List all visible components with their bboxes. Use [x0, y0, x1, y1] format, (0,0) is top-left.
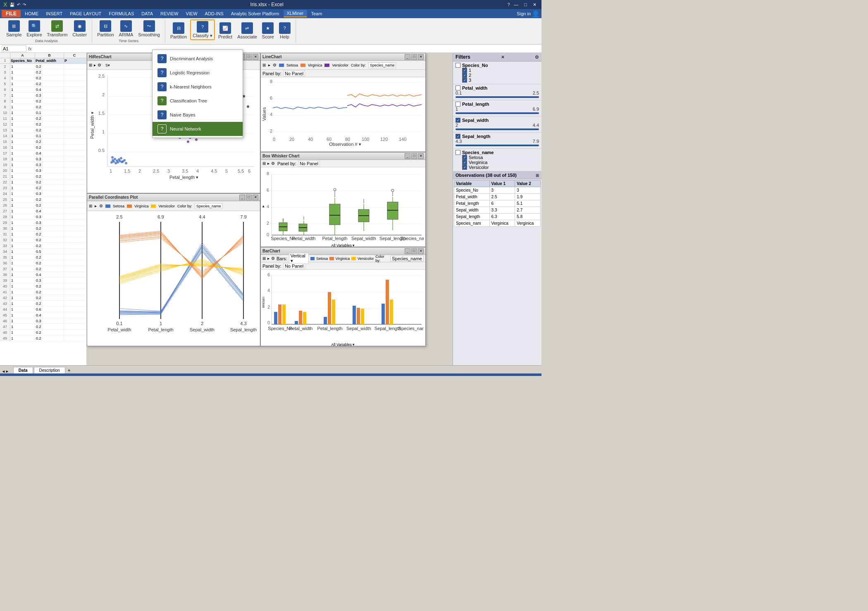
cell-a[interactable]: 1	[10, 162, 35, 167]
cell-c[interactable]	[64, 307, 85, 312]
cell-b[interactable]: 0.2	[35, 231, 64, 237]
filter-versicolor-cb[interactable]: ✓	[462, 165, 467, 170]
cell-c[interactable]	[64, 162, 85, 167]
cell-c[interactable]	[64, 266, 85, 271]
cell-b[interactable]: 0.2	[35, 335, 64, 341]
tab-description[interactable]: Description	[34, 367, 65, 373]
menu-analytic-solver[interactable]: Analytic Solver Platform	[228, 10, 283, 17]
cell-a[interactable]: 1	[10, 110, 35, 115]
cell-c[interactable]	[64, 295, 85, 300]
hires-toolbar-icon2[interactable]: ▸	[94, 63, 96, 67]
cell-b[interactable]: 0.3	[35, 318, 64, 323]
cell-a[interactable]: 1	[10, 301, 35, 306]
cell-c[interactable]	[64, 64, 85, 69]
bw-close[interactable]: ✕	[418, 153, 424, 159]
pc-minimize[interactable]: _	[239, 195, 245, 200]
cell-a[interactable]: 1	[10, 312, 35, 318]
lc-icon1[interactable]: ⊞	[262, 63, 266, 67]
pc-icon3[interactable]: ⚙	[99, 204, 103, 208]
lc-icon2[interactable]: ▸	[268, 63, 270, 67]
cell-b[interactable]: 0.2	[35, 197, 64, 202]
tab-scroll-left[interactable]: ◄	[2, 369, 5, 373]
cell-b[interactable]: 0.2	[35, 121, 64, 127]
cell-c[interactable]	[64, 179, 85, 185]
cell-c[interactable]	[64, 202, 85, 208]
cell-c[interactable]	[64, 214, 85, 219]
cell-a[interactable]: 1	[10, 139, 35, 144]
maximize-btn[interactable]: □	[522, 2, 529, 7]
sample-btn[interactable]: ⊞ Sample	[5, 19, 23, 38]
menu-insert[interactable]: INSERT	[43, 10, 66, 17]
cell-a[interactable]: 1	[10, 145, 35, 150]
cell-c[interactable]	[64, 150, 85, 156]
arima-btn[interactable]: ∿ ARIMA	[117, 19, 135, 38]
cell-c[interactable]	[64, 168, 85, 173]
cell-c[interactable]	[64, 87, 85, 92]
cell-b[interactable]: 0.2	[35, 75, 64, 81]
cell-c[interactable]	[64, 312, 85, 318]
bc-icon3[interactable]: ⚙	[271, 256, 275, 261]
cell-c[interactable]	[64, 69, 85, 75]
lc-panelby-select[interactable]: No Panel	[283, 71, 305, 76]
bc-panelby-select[interactable]: No Panel	[283, 263, 305, 269]
cell-b[interactable]: 0.2	[35, 266, 64, 271]
cell-c[interactable]	[64, 208, 85, 214]
classify-btn[interactable]: ? Classify ▾	[190, 19, 215, 40]
cell-c[interactable]	[64, 324, 85, 329]
cell-b[interactable]: 0.2	[35, 185, 64, 190]
pc-icon1[interactable]: ⊞	[89, 204, 92, 208]
cell-c[interactable]	[64, 260, 85, 266]
cell-a[interactable]: 1	[10, 330, 35, 335]
sign-in[interactable]: Sign in	[517, 11, 531, 16]
explore-btn[interactable]: 🔍 Explore	[25, 19, 43, 38]
cell-a[interactable]: 1	[10, 98, 35, 104]
cell-b[interactable]: 0.2	[35, 69, 64, 75]
cell-b[interactable]: 0.3	[35, 214, 64, 219]
cell-b[interactable]: 0.2	[35, 174, 64, 179]
cell-b[interactable]: 0.2	[35, 301, 64, 306]
lc-maximize[interactable]: □	[411, 54, 417, 60]
cell-a[interactable]: 1	[10, 260, 35, 266]
petal-length-slider[interactable]	[455, 112, 539, 114]
cell-a[interactable]: 1	[10, 150, 35, 156]
filters-close[interactable]: ✕	[501, 55, 505, 60]
menu-review[interactable]: REVIEW	[157, 10, 181, 17]
cell-b[interactable]: 0.2	[35, 202, 64, 208]
bc-bars-select[interactable]: Vertical ▾	[289, 253, 309, 264]
filter-verginica-cb[interactable]: ✓	[462, 160, 467, 165]
cell-c[interactable]	[64, 283, 85, 289]
transform-btn[interactable]: ⇄ Transform	[45, 19, 69, 38]
bc-icon1[interactable]: ⊞	[262, 256, 266, 261]
cell-c[interactable]	[64, 133, 85, 138]
cell-b[interactable]: 0.3	[35, 156, 64, 162]
cell-b[interactable]: 0.2	[35, 64, 64, 69]
cell-a[interactable]: 1	[10, 254, 35, 260]
cell-b[interactable]: 0.3	[35, 93, 64, 98]
menu-view[interactable]: VIEW	[182, 10, 200, 17]
sepal-length-slider[interactable]	[455, 145, 539, 146]
filter-sn-3-cb[interactable]: ✓	[462, 78, 467, 83]
cell-c[interactable]	[64, 272, 85, 277]
cell-a[interactable]: 1	[10, 127, 35, 133]
help-btn[interactable]: ? Help	[277, 21, 292, 40]
cell-c[interactable]	[64, 330, 85, 335]
filter-sepal-width-cb[interactable]: ✓	[455, 118, 460, 123]
cell-a[interactable]: 1	[10, 272, 35, 277]
pc-close[interactable]: ✕	[253, 195, 258, 200]
cell-a[interactable]: 1	[10, 226, 35, 231]
cell-c[interactable]	[64, 220, 85, 225]
cell-c[interactable]	[64, 335, 85, 341]
bc-minimize[interactable]: _	[405, 248, 410, 254]
cell-a[interactable]: 1	[10, 69, 35, 75]
help-icon[interactable]: ?	[508, 2, 510, 7]
cell-a[interactable]: 1	[10, 64, 35, 69]
menu-data[interactable]: DATA	[138, 10, 156, 17]
cell-c[interactable]	[64, 81, 85, 86]
cell-c[interactable]	[64, 249, 85, 254]
filter-setosa-cb[interactable]: ✓	[462, 155, 467, 160]
cell-a[interactable]: 1	[10, 121, 35, 127]
classify-logistic[interactable]: ? Logistic Regression	[153, 66, 243, 80]
cell-b[interactable]: 0.2	[35, 237, 64, 242]
pc-maximize[interactable]: □	[246, 195, 252, 200]
cell-b[interactable]: 0.1	[35, 110, 64, 115]
